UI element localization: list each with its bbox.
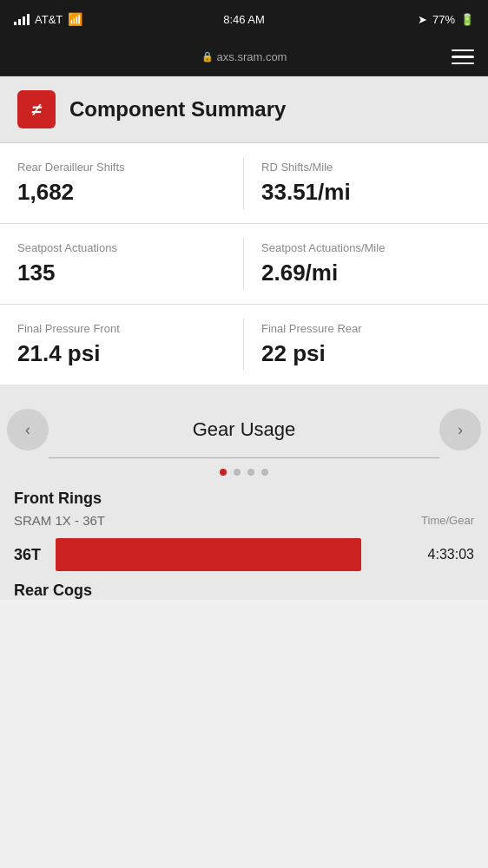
- stat-value-pressure-front: 21.4 psi: [17, 340, 227, 367]
- battery-percent: 77%: [432, 13, 455, 26]
- time-gear-label: Time/Gear: [421, 514, 474, 527]
- sram-logo: ≠: [17, 90, 56, 128]
- signal-icon: [14, 13, 30, 25]
- gear-time-36t: 4:33:03: [413, 547, 474, 562]
- page-title: Component Summary: [69, 97, 286, 122]
- stat-rd-shifts-mile: RD Shifts/Mile 33.51/mi: [244, 143, 488, 223]
- carrier-label: AT&T: [35, 13, 63, 26]
- nav-bar: 🔒 axs.sram.com: [0, 38, 488, 76]
- stat-seatpost-actuations: Seatpost Actuations 135: [0, 224, 244, 304]
- stat-label-rd-shifts-mi: RD Shifts/Mile: [261, 161, 471, 174]
- stat-seatpost-per-mile: Seatpost Actuations/Mile 2.69/mi: [244, 224, 488, 304]
- chevron-left-icon: ‹: [25, 421, 30, 439]
- wifi-icon: 📶: [68, 12, 82, 26]
- gear-subtitle-row: SRAM 1X - 36T Time/Gear: [14, 513, 474, 528]
- chevron-right-icon: ›: [458, 421, 463, 439]
- gear-content: Front Rings SRAM 1X - 36T Time/Gear 36T …: [0, 490, 488, 600]
- section-divider: [0, 385, 488, 395]
- hamburger-line-2: [452, 56, 474, 58]
- stat-label-rd-shifts: Rear Derailleur Shifts: [17, 161, 227, 174]
- stat-label-pressure-front: Final Pressure Front: [17, 322, 227, 335]
- stat-pressure-rear: Final Pressure Rear 22 psi: [244, 305, 488, 385]
- gear-bar-container-36t: [56, 538, 403, 571]
- stat-pressure-front: Final Pressure Front 21.4 psi: [0, 305, 244, 385]
- dot-3[interactable]: [247, 469, 254, 476]
- url-bar[interactable]: 🔒 axs.sram.com: [201, 50, 287, 63]
- gear-next-button[interactable]: ›: [439, 409, 481, 450]
- stats-section: Rear Derailleur Shifts 1,682 RD Shifts/M…: [0, 143, 488, 385]
- dot-1[interactable]: [220, 469, 227, 476]
- page-header: ≠ Component Summary: [0, 76, 488, 143]
- stat-rear-derailleur-shifts: Rear Derailleur Shifts 1,682: [0, 143, 244, 223]
- gear-subtitle: SRAM 1X - 36T: [14, 513, 105, 528]
- stat-label-seatpost-mi: Seatpost Actuations/Mile: [261, 241, 471, 254]
- pagination-dots: [0, 458, 488, 490]
- status-bar: AT&T 📶 8:46 AM ➤ 77% 🔋: [0, 0, 488, 38]
- status-time: 8:46 AM: [223, 13, 265, 26]
- stats-row-3: Final Pressure Front 21.4 psi Final Pres…: [0, 305, 488, 385]
- lock-icon: 🔒: [201, 51, 214, 62]
- hamburger-line-3: [452, 62, 474, 65]
- rear-cogs-title: Rear Cogs: [14, 582, 474, 600]
- stat-value-rd-shifts: 1,682: [17, 179, 227, 206]
- stat-value-pressure-rear: 22 psi: [261, 340, 471, 367]
- gear-prev-button[interactable]: ‹: [7, 409, 49, 450]
- stats-row-2: Seatpost Actuations 135 Seatpost Actuati…: [0, 224, 488, 305]
- status-right: ➤ 77% 🔋: [418, 13, 474, 26]
- stat-value-seatpost: 135: [17, 260, 227, 286]
- hamburger-line-1: [452, 49, 474, 52]
- status-left: AT&T 📶: [14, 12, 82, 26]
- gear-bar-row-36t: 36T 4:33:03: [14, 538, 474, 571]
- gear-usage-section: ‹ Gear Usage › Front Rings SRAM 1X - 36T…: [0, 395, 488, 600]
- dot-2[interactable]: [234, 469, 241, 476]
- front-rings-title: Front Rings: [14, 490, 474, 508]
- location-icon: ➤: [418, 13, 427, 26]
- battery-icon: 🔋: [460, 13, 474, 26]
- url-text: axs.sram.com: [217, 50, 287, 63]
- stat-value-seatpost-mi: 2.69/mi: [261, 260, 471, 286]
- sram-logo-symbol: ≠: [30, 100, 43, 120]
- gear-usage-title: Gear Usage: [56, 418, 432, 441]
- stat-label-pressure-rear: Final Pressure Rear: [261, 322, 471, 335]
- menu-button[interactable]: [452, 49, 474, 65]
- dot-4[interactable]: [261, 469, 268, 476]
- gear-label-36t: 36T: [14, 546, 45, 564]
- gear-usage-header: ‹ Gear Usage ›: [0, 395, 488, 457]
- stats-row-1: Rear Derailleur Shifts 1,682 RD Shifts/M…: [0, 143, 488, 224]
- gear-bar-36t: [56, 538, 361, 571]
- stat-value-rd-shifts-mi: 33.51/mi: [261, 179, 471, 206]
- stat-label-seatpost: Seatpost Actuations: [17, 241, 227, 254]
